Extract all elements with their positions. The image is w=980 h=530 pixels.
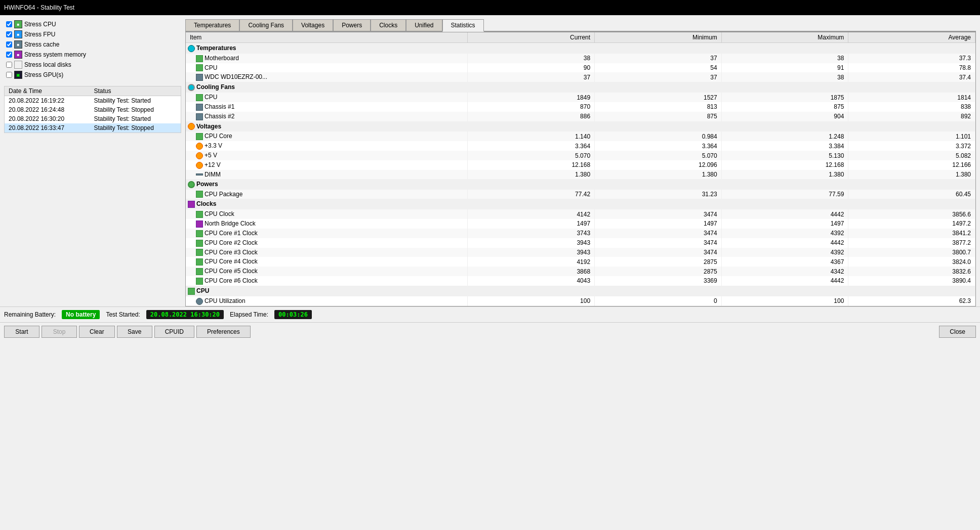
row-current: 12.168 — [468, 160, 595, 170]
stress-item-memory[interactable]: ■ Stress system memory — [4, 50, 181, 60]
row-maximum: 904 — [721, 112, 848, 121]
tab-voltages[interactable]: Voltages — [293, 19, 333, 31]
stress-memory-label: Stress system memory — [24, 51, 86, 58]
row-current: 38 — [468, 54, 595, 63]
log-datetime: 20.08.2022 16:30:20 — [5, 114, 90, 123]
section-header: Voltages — [186, 121, 975, 132]
row-average: 60.45 — [848, 190, 975, 199]
tab-powers[interactable]: Powers — [333, 19, 371, 31]
stress-item-local-disks[interactable]: Stress local disks — [4, 60, 181, 70]
stress-item-cache[interactable]: ■ Stress cache — [4, 39, 181, 50]
row-item: CPU Core #4 Clock — [186, 257, 468, 267]
stress-cache-checkbox[interactable] — [6, 41, 12, 48]
section-header-row: Cooling Fans — [186, 82, 975, 93]
preferences-button[interactable]: Preferences — [196, 326, 251, 338]
row-item-label: +5 V — [205, 152, 217, 159]
stress-item-fpu[interactable]: ■ Stress FPU — [4, 29, 181, 39]
row-average: 62.3 — [848, 296, 975, 306]
close-button[interactable]: Close — [939, 326, 976, 338]
row-item-label: CPU Core #2 Clock — [205, 239, 258, 246]
col-maximum: Maximum — [721, 32, 848, 43]
row-average: 3800.7 — [848, 248, 975, 257]
row-item-label: Chassis #2 — [205, 113, 234, 120]
row-item-label: CPU Core #4 Clock — [205, 258, 258, 265]
stress-gpus-checkbox[interactable] — [6, 72, 12, 78]
row-item: CPU Core #5 Clock — [186, 267, 468, 276]
row-item-label: CPU Core — [205, 132, 232, 140]
row-item: CPU Core #1 Clock — [186, 229, 468, 238]
row-average: 3841.2 — [848, 229, 975, 238]
row-current: 4192 — [468, 257, 595, 267]
row-maximum: 4392 — [721, 229, 848, 238]
section-header-row: Powers — [186, 179, 975, 190]
row-minimum: 2875 — [595, 267, 722, 276]
clear-button[interactable]: Clear — [79, 326, 115, 338]
log-datetime: 20.08.2022 16:33:47 — [5, 123, 90, 132]
stress-item-cpu[interactable]: ■ Stress CPU — [4, 19, 181, 29]
remaining-battery-value: No battery — [62, 310, 100, 319]
stress-cpu-icon: ■ — [14, 20, 22, 28]
row-maximum: 38 — [721, 72, 848, 82]
row-current: 3743 — [468, 229, 595, 238]
log-col-status: Status — [90, 86, 181, 96]
tab-cooling-fans[interactable]: Cooling Fans — [239, 19, 293, 31]
table-row: CPU Core #1 Clock 3743 3474 4392 3841.2 — [186, 229, 975, 238]
stress-item-gpus[interactable]: ▣ Stress GPU(s) — [4, 70, 181, 80]
row-item-label: North Bridge Clock — [205, 220, 256, 227]
log-datetime: 20.08.2022 16:24:48 — [5, 105, 90, 114]
row-average: 892 — [848, 112, 975, 121]
tab-unified[interactable]: Unified — [406, 19, 442, 31]
row-maximum: 1.380 — [721, 170, 848, 179]
row-minimum: 31.23 — [595, 190, 722, 199]
section-label: Clocks — [196, 200, 216, 207]
row-current: 3943 — [468, 248, 595, 257]
tab-statistics[interactable]: Statistics — [442, 19, 484, 32]
save-button[interactable]: Save — [117, 326, 152, 338]
row-item-label: WDC WD10EZRZ-00... — [205, 73, 267, 80]
section-header: Clocks — [186, 199, 975, 209]
row-maximum: 91 — [721, 63, 848, 73]
row-minimum: 0.984 — [595, 131, 722, 141]
start-button[interactable]: Start — [4, 326, 39, 338]
row-minimum: 813 — [595, 102, 722, 112]
section-header-row: CPU — [186, 286, 975, 296]
row-item-label: +3.3 V — [205, 142, 222, 149]
row-current: 3868 — [468, 267, 595, 276]
section-label: Cooling Fans — [196, 83, 235, 91]
row-item-label: +12 V — [205, 161, 221, 168]
col-item: Item — [186, 32, 468, 43]
row-average: 1497.2 — [848, 219, 975, 229]
stress-gpus-label: Stress GPU(s) — [24, 71, 63, 78]
cpuid-button[interactable]: CPUID — [154, 326, 194, 338]
stress-memory-checkbox[interactable] — [6, 52, 12, 58]
row-maximum: 4442 — [721, 276, 848, 286]
stress-cpu-checkbox[interactable] — [6, 21, 12, 27]
row-average: 37.4 — [848, 72, 975, 82]
row-item-label: DIMM — [205, 171, 221, 178]
row-item: CPU — [186, 93, 468, 102]
log-row[interactable]: 20.08.2022 16:33:47Stability Test: Stopp… — [5, 123, 181, 132]
log-row[interactable]: 20.08.2022 16:24:48Stability Test: Stopp… — [5, 105, 181, 114]
table-row: Chassis #1 870 813 875 838 — [186, 102, 975, 112]
row-average: 12.166 — [848, 160, 975, 170]
log-row[interactable]: 20.08.2022 16:30:20Stability Test: Start… — [5, 114, 181, 123]
table-row: CPU Package 77.42 31.23 77.59 60.45 — [186, 190, 975, 199]
table-row: CPU Utilization 100 0 100 62.3 — [186, 296, 975, 306]
row-item: CPU Core #6 Clock — [186, 276, 468, 286]
row-maximum: 1497 — [721, 219, 848, 229]
stress-fpu-checkbox[interactable] — [6, 31, 12, 37]
stop-button: Stop — [42, 326, 77, 338]
row-item: CPU — [186, 63, 468, 73]
row-item-label: CPU Core #5 Clock — [205, 268, 258, 275]
table-row: CPU Core #4 Clock 4192 2875 4367 3824.0 — [186, 257, 975, 267]
tab-clocks[interactable]: Clocks — [371, 19, 406, 31]
row-current: 90 — [468, 63, 595, 73]
log-row[interactable]: 20.08.2022 16:19:22Stability Test: Start… — [5, 96, 181, 106]
row-item-label: Motherboard — [205, 55, 239, 62]
table-row: CPU Core #2 Clock 3943 3474 4442 3877.2 — [186, 238, 975, 248]
section-header: Cooling Fans — [186, 82, 975, 93]
row-item-label: CPU — [205, 94, 217, 101]
stress-disks-label: Stress local disks — [24, 61, 71, 68]
stress-disks-checkbox[interactable] — [6, 62, 12, 68]
tab-temperatures[interactable]: Temperatures — [185, 19, 239, 31]
